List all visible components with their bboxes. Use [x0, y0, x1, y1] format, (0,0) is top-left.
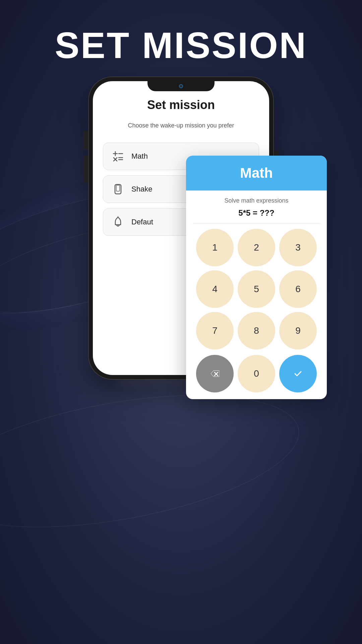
- math-popup: Math Solve math expressions 5*5 = ??? 1 …: [186, 156, 327, 399]
- page-title: SET MISSION: [55, 27, 307, 64]
- bell-icon: [111, 215, 125, 229]
- numpad-6[interactable]: 6: [279, 270, 317, 308]
- shake-icon: [111, 182, 125, 196]
- page-header: SET MISSION: [55, 27, 307, 64]
- notch-camera: [179, 84, 183, 88]
- phone-mockup: Set mission Choose the wake-up mission y…: [89, 77, 273, 379]
- phone-notch: [147, 81, 215, 91]
- popup-body: Solve math expressions 5*5 = ??? 1 2 3 4…: [186, 191, 327, 399]
- numpad-grid: 1 2 3 4 5 6 7 8 9: [193, 229, 320, 355]
- popup-header: Math: [186, 156, 327, 191]
- math-icon: [111, 150, 125, 163]
- numpad-confirm[interactable]: [279, 355, 317, 392]
- popup-expression: 5*5 = ???: [238, 208, 274, 218]
- screen-subtitle: Choose the wake-up mission you prefer: [128, 122, 234, 129]
- numpad-5[interactable]: 5: [238, 270, 275, 308]
- default-label: Defaut: [131, 218, 153, 226]
- svg-rect-7: [115, 184, 121, 194]
- numpad-9[interactable]: 9: [279, 312, 317, 350]
- math-label: Math: [131, 152, 148, 161]
- volume-up-button: [83, 131, 88, 149]
- numpad-1[interactable]: 1: [196, 229, 234, 266]
- screen-title: Set mission: [147, 98, 215, 112]
- numpad-8[interactable]: 8: [238, 312, 275, 350]
- popup-title: Math: [240, 165, 273, 181]
- svg-rect-8: [116, 185, 120, 191]
- shake-label: Shake: [131, 185, 152, 194]
- numpad-3[interactable]: 3: [279, 229, 317, 266]
- popup-divider: [193, 223, 320, 223]
- numpad-0[interactable]: 0: [238, 355, 275, 392]
- popup-description: Solve math expressions: [224, 197, 288, 204]
- volume-down-button: [83, 156, 88, 183]
- numpad-4[interactable]: 4: [196, 270, 234, 308]
- numpad-2[interactable]: 2: [238, 229, 275, 266]
- numpad-7[interactable]: 7: [196, 312, 234, 350]
- numpad-delete[interactable]: [196, 355, 234, 392]
- numpad-bottom-row: 0: [193, 355, 320, 399]
- left-side-buttons: [83, 131, 88, 183]
